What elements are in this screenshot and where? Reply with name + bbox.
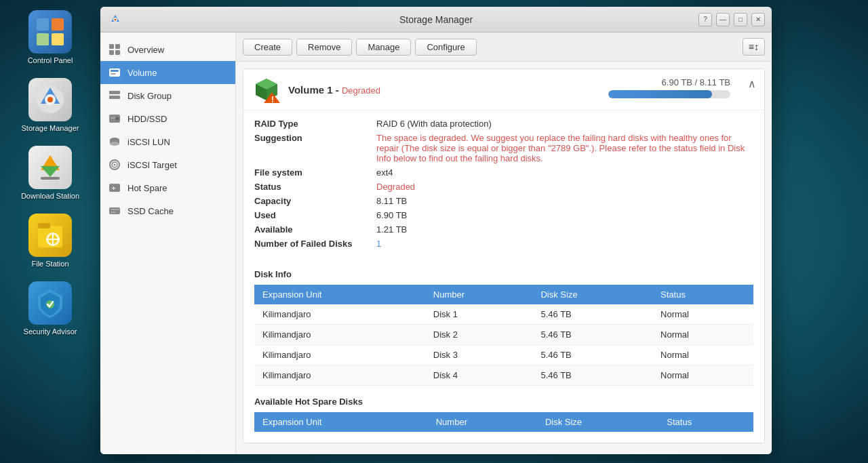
- svg-rect-2: [37, 33, 49, 45]
- col-disk-size: Disk Size: [532, 285, 652, 304]
- volume-usage: 6.90 TB / 8.11 TB: [608, 77, 730, 98]
- dock-item-storage-manager[interactable]: Storage Manager: [13, 75, 87, 136]
- svg-point-37: [114, 164, 116, 166]
- hs-col-status: Status: [658, 412, 753, 432]
- failed-disks-row: Number of Failed Disks 1: [254, 239, 753, 249]
- dock-item-control-panel[interactable]: Control Panel: [13, 7, 87, 68]
- cell-number: Disk 4: [425, 365, 533, 386]
- suggestion-label: Suggestion: [254, 133, 376, 143]
- cell-disk-size: 5.46 TB: [532, 345, 652, 365]
- manage-button[interactable]: Manage: [356, 39, 411, 56]
- sidebar-item-iscsi-lun[interactable]: iSCSI LUN: [100, 130, 235, 153]
- titlebar-controls: ? — □ ✕: [698, 13, 765, 26]
- hot-spare-header-row: Expansion Unit Number Disk Size Status: [254, 412, 753, 432]
- window-content: Overview Volume: [100, 33, 772, 454]
- configure-button[interactable]: Configure: [415, 39, 476, 56]
- sidebar-item-overview[interactable]: Overview: [100, 38, 235, 61]
- svg-point-6: [47, 97, 53, 102]
- table-row: Kilimandjaro Disk 3 5.46 TB Normal: [254, 345, 753, 365]
- svg-rect-42: [111, 212, 116, 213]
- ssd-cache-icon: [108, 205, 121, 217]
- svg-rect-22: [109, 50, 114, 55]
- used-label: Used: [254, 210, 376, 220]
- hot-spare-section: Available Hot Spare Disks Expansion Unit…: [243, 397, 764, 443]
- table-row: Kilimandjaro Disk 1 5.46 TB Normal: [254, 304, 753, 325]
- sort-button[interactable]: ≡↕: [743, 38, 765, 56]
- minimize-button[interactable]: —: [716, 13, 730, 26]
- svg-rect-28: [109, 96, 120, 99]
- volume-title: Volume 1 - Degraded: [288, 84, 380, 96]
- svg-rect-1: [52, 18, 64, 31]
- storage-manager-window: Storage Manager ? — □ ✕: [100, 7, 772, 454]
- overview-label: Overview: [127, 45, 164, 55]
- capacity-row: Capacity 8.11 TB: [254, 196, 753, 206]
- sidebar: Overview Volume: [100, 33, 236, 454]
- control-panel-icon: [28, 10, 72, 54]
- hot-spare-label: Hot Spare: [127, 183, 167, 193]
- sidebar-item-ssd-cache[interactable]: SSD Cache: [100, 199, 235, 222]
- disk-info-section: Disk Info Expansion Unit Number Disk Siz…: [243, 269, 764, 397]
- hs-col-number: Number: [428, 412, 537, 432]
- sidebar-item-hot-spare[interactable]: + Hot Spare: [100, 176, 235, 199]
- cell-disk-size: 5.46 TB: [532, 365, 652, 386]
- overview-icon: [108, 43, 121, 56]
- create-button[interactable]: Create: [243, 39, 292, 56]
- disk-info-title: Disk Info: [254, 269, 753, 279]
- desktop: Control Panel Storage Manager: [0, 0, 868, 463]
- iscsi-lun-label: iSCSI LUN: [127, 137, 170, 147]
- dock-item-file-station[interactable]: File Station: [13, 210, 87, 271]
- cell-number: Disk 1: [425, 304, 533, 325]
- collapse-button[interactable]: ∧: [748, 77, 756, 90]
- dock-item-security-advisor[interactable]: Security Advisor: [13, 278, 87, 339]
- cell-disk-size: 5.46 TB: [532, 325, 652, 345]
- volume-details: RAID Type RAID 6 (With data protection) …: [243, 110, 764, 261]
- ssd-cache-label: SSD Cache: [127, 206, 174, 216]
- iscsi-target-icon: [108, 159, 121, 171]
- volume-content: ! Volume 1 - Degraded: [236, 62, 772, 454]
- svg-marker-8: [41, 166, 60, 177]
- svg-rect-9: [41, 177, 60, 180]
- used-value: 6.90 TB: [376, 210, 407, 220]
- volume-header: ! Volume 1 - Degraded: [243, 69, 764, 110]
- volume-degraded-badge: Degraded: [342, 85, 380, 96]
- table-header-row: Expansion Unit Number Disk Size Status: [254, 285, 753, 304]
- file-system-value: ext4: [376, 167, 393, 178]
- sidebar-item-hdd-ssd[interactable]: HDD/SSD: [100, 107, 235, 130]
- remove-button[interactable]: Remove: [296, 39, 352, 56]
- file-station-dock-icon: [28, 214, 72, 257]
- control-panel-label: Control Panel: [28, 56, 73, 64]
- failed-disks-value: 1: [376, 239, 381, 249]
- table-row: Kilimandjaro Disk 2 5.46 TB Normal: [254, 325, 753, 345]
- svg-point-30: [116, 117, 119, 121]
- cell-status: Normal: [652, 365, 753, 386]
- hot-spare-table: Expansion Unit Number Disk Size Status: [254, 412, 753, 432]
- svg-rect-21: [115, 44, 120, 49]
- volume-icon: [108, 66, 121, 79]
- close-button[interactable]: ✕: [751, 13, 765, 26]
- file-station-label: File Station: [31, 260, 68, 268]
- svg-rect-20: [109, 44, 114, 49]
- download-station-dock-icon: [28, 146, 72, 189]
- sidebar-item-volume[interactable]: Volume: [100, 61, 235, 84]
- main-panel: Create Remove Manage Configure ≡↕: [236, 33, 772, 454]
- available-label: Available: [254, 224, 376, 235]
- hot-spare-icon: +: [108, 182, 121, 194]
- sidebar-item-iscsi-target[interactable]: iSCSI Target: [100, 153, 235, 176]
- dock-item-download-station[interactable]: Download Station: [13, 142, 87, 203]
- svg-rect-27: [109, 91, 120, 94]
- sidebar-item-disk-group[interactable]: Disk Group: [100, 84, 235, 107]
- status-label: Status: [254, 182, 376, 192]
- window-icon: [108, 13, 122, 26]
- col-expansion-unit: Expansion Unit: [254, 285, 425, 304]
- help-button[interactable]: ?: [698, 13, 712, 26]
- maximize-button[interactable]: □: [734, 13, 747, 26]
- failed-disks-label: Number of Failed Disks: [254, 239, 376, 249]
- cell-status: Normal: [652, 304, 753, 325]
- usage-bar-fill: [608, 90, 712, 98]
- cell-status: Normal: [652, 345, 753, 365]
- security-advisor-label: Security Advisor: [24, 327, 77, 336]
- hs-col-expansion-unit: Expansion Unit: [254, 412, 428, 432]
- svg-text:!: !: [271, 95, 274, 103]
- used-row: Used 6.90 TB: [254, 210, 753, 220]
- iscsi-target-label: iSCSI Target: [127, 160, 177, 170]
